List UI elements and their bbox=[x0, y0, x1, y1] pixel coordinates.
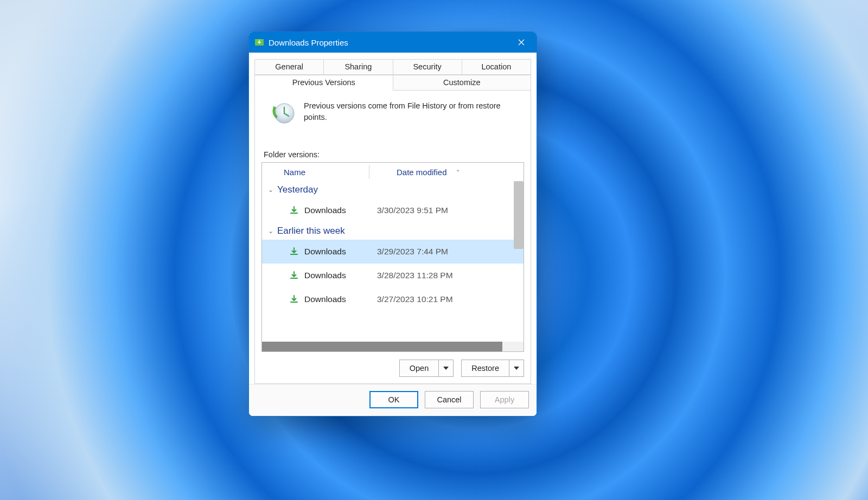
row-name: Downloads bbox=[304, 271, 346, 280]
download-icon bbox=[289, 206, 299, 215]
row-date-cell: 3/28/2023 11:28 PM bbox=[371, 271, 524, 280]
tab-sharing[interactable]: Sharing bbox=[324, 59, 393, 75]
row-name-cell: Downloads bbox=[262, 271, 371, 280]
list-header: Name ⌄ Date modified bbox=[262, 163, 524, 181]
restore-split-button: Restore bbox=[461, 360, 524, 377]
chevron-down-icon: ⌄ bbox=[267, 186, 274, 194]
group-header[interactable]: ⌄Yesterday bbox=[262, 181, 524, 198]
download-icon bbox=[289, 294, 299, 304]
tab-previous-versions[interactable]: Previous Versions bbox=[254, 75, 393, 91]
row-name: Downloads bbox=[304, 294, 346, 304]
download-icon bbox=[289, 294, 299, 304]
download-icon bbox=[289, 206, 299, 215]
version-row[interactable]: Downloads3/29/2023 7:44 PM bbox=[262, 240, 524, 264]
tab-security[interactable]: Security bbox=[393, 59, 462, 75]
ok-button[interactable]: OK bbox=[369, 391, 418, 408]
vertical-scrollbar-thumb[interactable] bbox=[514, 181, 524, 249]
close-button[interactable] bbox=[509, 34, 533, 50]
open-split-button: Open bbox=[399, 360, 454, 377]
open-dropdown[interactable] bbox=[438, 360, 453, 376]
row-name-cell: Downloads bbox=[262, 294, 371, 304]
restore-dropdown[interactable] bbox=[509, 360, 524, 376]
dialog-body: General Sharing Security Location Previo… bbox=[249, 53, 537, 384]
row-name: Downloads bbox=[304, 206, 346, 215]
tab-customize[interactable]: Customize bbox=[393, 75, 532, 91]
version-row[interactable]: Downloads3/27/2023 10:21 PM bbox=[262, 287, 524, 311]
row-name-cell: Downloads bbox=[262, 206, 371, 215]
row-date-cell: 3/30/2023 9:51 PM bbox=[371, 206, 524, 215]
chevron-down-icon bbox=[514, 367, 519, 370]
window-title: Downloads Properties bbox=[269, 38, 509, 47]
row-date-cell: 3/29/2023 7:44 PM bbox=[371, 247, 524, 257]
version-row[interactable]: Downloads3/30/2023 9:51 PM bbox=[262, 198, 524, 222]
intro-block: Previous versions come from File History… bbox=[261, 100, 524, 134]
download-icon bbox=[289, 271, 299, 280]
download-icon bbox=[289, 247, 299, 257]
horizontal-scrollbar-thumb[interactable] bbox=[262, 342, 502, 351]
tab-strip: General Sharing Security Location Previo… bbox=[254, 56, 531, 91]
intro-text: Previous versions come from File History… bbox=[304, 100, 515, 129]
chevron-down-icon: ⌄ bbox=[267, 227, 274, 235]
properties-dialog: Downloads Properties General Sharing Sec… bbox=[248, 31, 537, 416]
sort-caret-icon: ⌄ bbox=[456, 166, 460, 172]
folder-versions-label: Folder versions: bbox=[264, 150, 524, 159]
chevron-down-icon bbox=[443, 367, 449, 370]
group-label: Yesterday bbox=[277, 184, 318, 195]
tab-content: Previous versions come from File History… bbox=[254, 90, 531, 384]
version-row[interactable]: Downloads3/28/2023 11:28 PM bbox=[262, 264, 524, 287]
column-date-label: Date modified bbox=[397, 168, 447, 177]
downloads-folder-icon bbox=[254, 37, 264, 47]
tab-location[interactable]: Location bbox=[462, 59, 531, 75]
list-body: ⌄YesterdayDownloads3/30/2023 9:51 PM⌄Ear… bbox=[262, 181, 524, 342]
column-name[interactable]: Name bbox=[262, 168, 392, 177]
action-row: Open Restore bbox=[261, 360, 524, 377]
restore-button[interactable]: Restore bbox=[462, 360, 509, 376]
titlebar[interactable]: Downloads Properties bbox=[249, 32, 537, 53]
row-name-cell: Downloads bbox=[262, 247, 371, 257]
cancel-button[interactable]: Cancel bbox=[425, 391, 474, 408]
open-button[interactable]: Open bbox=[400, 360, 438, 376]
group-header[interactable]: ⌄Earlier this week bbox=[262, 222, 524, 240]
horizontal-scrollbar[interactable] bbox=[262, 342, 524, 351]
download-icon bbox=[289, 247, 299, 257]
apply-button[interactable]: Apply bbox=[480, 391, 529, 408]
close-icon bbox=[518, 39, 525, 46]
row-date-cell: 3/27/2023 10:21 PM bbox=[371, 294, 524, 304]
column-date[interactable]: ⌄ Date modified bbox=[392, 168, 524, 177]
dialog-footer: OK Cancel Apply bbox=[249, 384, 537, 416]
column-divider[interactable] bbox=[369, 165, 369, 179]
tab-general[interactable]: General bbox=[254, 59, 324, 75]
group-label: Earlier this week bbox=[277, 226, 345, 236]
file-history-icon bbox=[270, 100, 296, 129]
download-icon bbox=[289, 271, 299, 280]
versions-list: Name ⌄ Date modified ⌄YesterdayDownloads… bbox=[261, 162, 524, 352]
row-name: Downloads bbox=[304, 247, 346, 257]
